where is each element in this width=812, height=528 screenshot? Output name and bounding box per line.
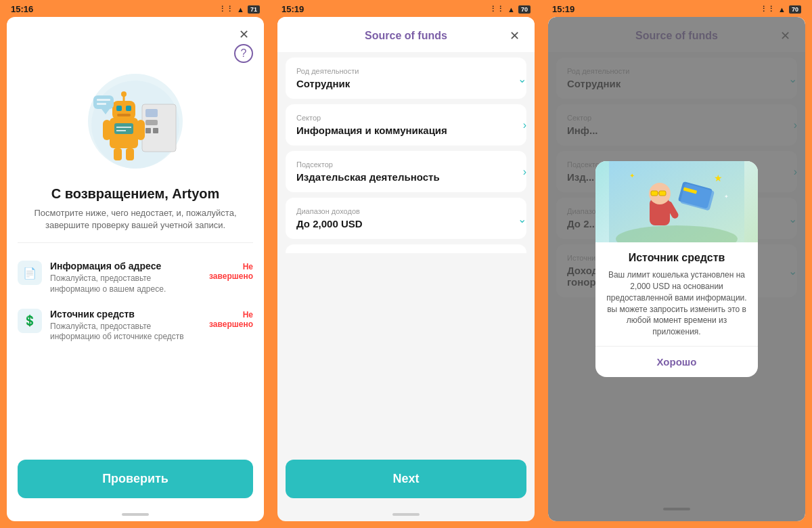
modal-ok-button[interactable]: Хорошо: [595, 347, 758, 377]
field-subsector-inner: Подсектор Издательская деятельность: [296, 160, 516, 183]
screen-3: Source of funds ✕ Род деятельности Сотру…: [548, 17, 805, 521]
field-subsector[interactable]: Подсектор Издательская деятельность ›: [286, 151, 526, 192]
address-status: Незавершено: [209, 261, 253, 281]
svg-rect-16: [114, 148, 122, 160]
robot-illustration: [81, 67, 189, 175]
svg-rect-23: [97, 103, 106, 105]
funds-icon: 💲: [18, 309, 42, 333]
time-3: 15:19: [552, 4, 574, 14]
screen-1: ✕ ?: [7, 17, 264, 521]
screen1-title: С возвращением, Artyom: [7, 186, 264, 202]
svg-text:✦: ✦: [629, 172, 635, 179]
field-source-funds[interactable]: Источник средств Доход от занятости (зар…: [286, 244, 526, 253]
status-bar-2: 15:19 ⋮⋮ ▲ 70: [271, 0, 541, 17]
field-value-1: Сотрудник: [296, 78, 499, 89]
svg-text:✦: ✦: [724, 194, 729, 200]
wifi-icon-3: ▲: [778, 5, 786, 14]
chevron-down-4: ⌄: [518, 212, 526, 225]
svg-rect-19: [137, 120, 145, 140]
screen2-header: Source of funds ✕: [277, 17, 535, 52]
verify-button[interactable]: Проверить: [18, 460, 253, 498]
help-button[interactable]: ?: [234, 44, 253, 63]
wifi-icon: ▲: [237, 5, 244, 14]
modal-illustration: ★ ✦ ✦: [595, 161, 758, 242]
modal-title: Источник средств: [595, 242, 758, 269]
address-title: Информация об адресе: [50, 261, 201, 271]
panel-3: 15:19 ⋮⋮ ▲ 70 Source of funds ✕ Род деят…: [541, 0, 812, 528]
field-label-3: Подсектор: [296, 160, 499, 169]
svg-point-12: [121, 91, 127, 97]
funds-title: Источник средств: [50, 309, 201, 320]
screen1-header: ✕: [7, 17, 264, 44]
field-value-4: До 2,000 USD: [296, 218, 499, 229]
modal-svg: ★ ✦ ✦: [609, 161, 744, 242]
screen2-title: Source of funds: [307, 30, 505, 42]
field-sector[interactable]: Сектор Информация и коммуникация ›: [286, 104, 526, 146]
svg-rect-4: [145, 128, 151, 133]
field-label-4: Диапазон доходов: [296, 207, 499, 215]
time-1: 15:16: [11, 4, 33, 14]
checklist-item-2: 💲 Источник средств Пожалуйста, предостав…: [7, 302, 264, 349]
field-value-2: Информация и коммуникация: [296, 125, 499, 136]
status-icons-2: ⋮⋮ ▲ 70: [489, 5, 531, 14]
modal-overlay: ★ ✦ ✦ Источник средств Ваш лимит кошельк…: [548, 17, 805, 521]
field-sector-inner: Сектор Информация и коммуникация: [296, 114, 516, 136]
battery-icon-2: 70: [518, 5, 531, 14]
svg-rect-18: [103, 120, 111, 140]
svg-rect-28: [651, 191, 658, 196]
divider-1: [18, 242, 253, 243]
field-value-3: Издательская деятельность: [296, 171, 499, 183]
signal-icon-3: ⋮⋮: [760, 5, 775, 14]
address-icon: 📄: [18, 261, 42, 285]
chevron-right-3: ›: [523, 166, 526, 178]
field-employment-type[interactable]: Род деятельности Сотрудник ⌄: [286, 58, 526, 99]
svg-rect-22: [97, 99, 110, 101]
signal-icon-2: ⋮⋮: [489, 5, 504, 14]
status-bar-3: 15:19 ⋮⋮ ▲ 70: [541, 0, 812, 17]
wifi-icon-2: ▲: [508, 5, 515, 14]
funds-status: Незавершено: [209, 309, 253, 329]
field-income-range[interactable]: Диапазон доходов До 2,000 USD ⌄: [286, 198, 526, 239]
checklist-item-1: 📄 Информация об адресе Пожалуйста, предо…: [7, 254, 264, 301]
close-button-1[interactable]: ✕: [234, 25, 253, 44]
robot-svg: [81, 67, 189, 175]
field-employment-inner: Род деятельности Сотрудник: [296, 67, 516, 89]
svg-rect-3: [145, 120, 158, 125]
field-income-inner: Диапазон доходов До 2,000 USD: [296, 207, 516, 229]
field-label-2: Сектор: [296, 114, 499, 122]
chevron-right-2: ›: [523, 119, 526, 131]
address-desc: Пожалуйста, предоставьте информацию о ва…: [50, 273, 201, 294]
svg-rect-29: [659, 191, 666, 196]
funds-desc: Пожалуйста, предоставьте информацию об и…: [50, 322, 201, 343]
svg-rect-20: [93, 95, 114, 109]
status-icons-3: ⋮⋮ ▲ 70: [760, 5, 801, 14]
form-cards-2: Род деятельности Сотрудник ⌄ Сектор Инфо…: [277, 52, 535, 253]
battery-icon: 71: [248, 5, 260, 14]
svg-rect-7: [112, 101, 135, 120]
svg-rect-8: [116, 106, 122, 111]
svg-rect-9: [126, 106, 131, 111]
close-button-2[interactable]: ✕: [505, 26, 524, 45]
field-label-1: Род деятельности: [296, 67, 499, 75]
signal-icon: ⋮⋮: [219, 5, 233, 14]
status-bar-1: 15:16 ⋮⋮ ▲ 71: [0, 0, 271, 17]
svg-text:★: ★: [714, 173, 723, 183]
panel-1: 15:16 ⋮⋮ ▲ 71 ✕ ?: [0, 0, 271, 528]
svg-rect-13: [114, 123, 133, 134]
modal-text: Ваш лимит кошелька установлен на 2,000 U…: [595, 269, 758, 346]
svg-rect-2: [145, 109, 158, 117]
home-indicator-2: [392, 513, 420, 516]
screen-2: Source of funds ✕ Род деятельности Сотру…: [277, 17, 535, 521]
time-2: 15:19: [281, 4, 304, 14]
panel-2: 15:19 ⋮⋮ ▲ 70 Source of funds ✕ Род деят…: [271, 0, 541, 528]
svg-rect-17: [126, 148, 134, 160]
next-button[interactable]: Next: [286, 460, 526, 498]
funds-item-text: Источник средств Пожалуйста, предоставьт…: [50, 309, 201, 343]
battery-icon-3: 70: [789, 5, 801, 14]
home-indicator-1: [122, 513, 149, 516]
svg-rect-10: [117, 114, 131, 116]
screen1-subtitle: Посмотрите ниже, чего недостает, и, пожа…: [7, 207, 264, 232]
status-icons-1: ⋮⋮ ▲ 71: [219, 5, 260, 14]
modal-card: ★ ✦ ✦ Источник средств Ваш лимит кошельк…: [595, 161, 758, 377]
chevron-down-1: ⌄: [518, 72, 526, 85]
